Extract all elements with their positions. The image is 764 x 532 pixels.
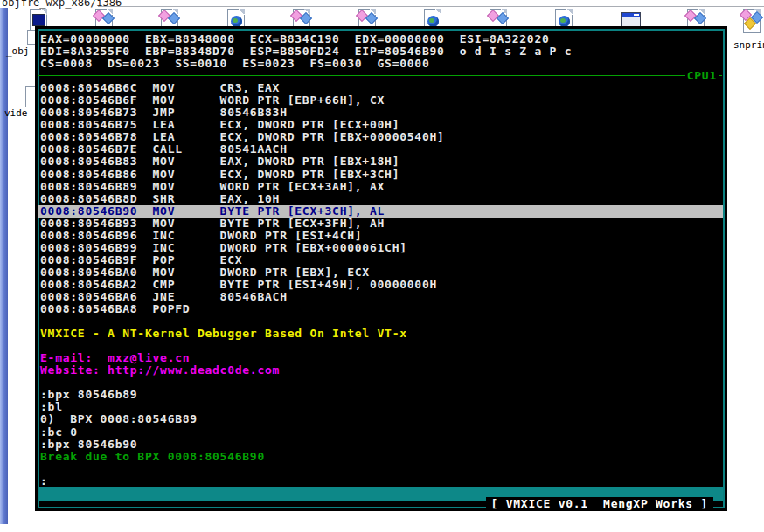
- command-log-line: :bc 0: [40, 426, 722, 439]
- register-line: EDI=8A3255F0 EBP=B8348D70 ESP=B850FD24 E…: [40, 45, 722, 58]
- vmxice-debugger-window: EAX=00000000 EBX=B8348000 ECX=B834C190 E…: [35, 26, 727, 511]
- status-label: [ VMXICE v0.1 MengXP Works ]: [486, 497, 713, 510]
- disasm-line: 0008:80546B96 INC DWORD PTR [ESI+4CH]: [40, 230, 722, 242]
- separator-line: [38, 75, 722, 76]
- disasm-line: 0008:80546B9F POP ECX: [40, 254, 722, 266]
- disasm-line: 0008:80546BA0 MOV DWORD PTR [EBX], ECX: [40, 266, 722, 279]
- file-label-vide[interactable]: vide: [4, 107, 28, 119]
- disasm-line-current: 0008:80546B90 MOV BYTE PTR [ECX+3CH], AL: [38, 205, 723, 218]
- window-edge-line: [98, 6, 764, 7]
- register-line: EAX=00000000 EBX=B8348000 ECX=B834C190 E…: [40, 33, 722, 45]
- cpu-label: CPU1: [685, 70, 719, 82]
- file-label-obj[interactable]: _obj: [6, 45, 30, 57]
- console-text-area: EAX=00000000 EBX=B8348000 ECX=B834C190 E…: [40, 33, 722, 487]
- disasm-line: 0008:80546B73 JMP 80546B83H: [40, 107, 722, 119]
- command-log-line: :bpx 80546b89: [40, 389, 722, 401]
- disasm-line: 0008:80546BA2 CMP BYTE PTR [ESI+49H], 00…: [40, 279, 722, 291]
- command-log-line: 0) BPX 0008:80546B89: [40, 413, 722, 425]
- blank-line: [40, 377, 722, 389]
- disasm-line: 0008:80546B8D SHR EAX, 10H: [40, 193, 722, 205]
- folder-path-label: objfre_wxp_x86/i386: [2, 0, 122, 9]
- separator: [40, 315, 722, 328]
- banner-title: VMXICE - A NT-Kernel Debugger Based On I…: [40, 328, 722, 340]
- page-fold: [239, 9, 245, 15]
- command-prompt[interactable]: :: [40, 475, 722, 487]
- disasm-line: 0008:80546BA8 POPFD: [40, 303, 722, 315]
- disasm-line: 0008:80546B86 MOV ECX, DWORD PTR [EBX+3C…: [40, 169, 722, 181]
- blank-line: [40, 340, 722, 352]
- register-line: CS=0008 DS=0023 SS=0010 ES=0023 FS=0030 …: [40, 58, 722, 70]
- banner-email: E-mail: mxz@live.cn: [40, 352, 722, 364]
- desktop: objfre_wxp_x86/i386 _obj vide snprin EAX…: [0, 0, 764, 532]
- page-fold: [435, 9, 441, 15]
- disasm-line: 0008:80546B78 LEA ECX, DWORD PTR [EBX+00…: [40, 131, 722, 143]
- file-label-snprin[interactable]: snprin: [733, 39, 764, 51]
- separator-line: [38, 321, 722, 321]
- disasm-line: 0008:80546B75 LEA ECX, DWORD PTR [ECX+00…: [40, 119, 722, 131]
- command-log-line: :bl: [40, 401, 722, 413]
- blank-line: [40, 463, 722, 475]
- command-log-line: Break due to BPX 0008:80546B90: [40, 451, 722, 463]
- disasm-line: 0008:80546B99 INC DWORD PTR [EBX+0000061…: [40, 242, 722, 254]
- console-glyph: [32, 14, 45, 26]
- disasm-line: 0008:80546B7E CALL 80541AACH: [40, 143, 722, 155]
- banner-website: Website: http://www.deadc0de.com: [40, 364, 722, 377]
- command-log-line: :bpx 80546b90: [40, 439, 722, 451]
- source-doc-3-icon[interactable]: [741, 9, 762, 33]
- window-left-frame: [0, 8, 8, 524]
- disasm-line: 0008:80546B93 MOV BYTE PTR [ECX+3FH], AH: [40, 218, 722, 230]
- disasm-line: 0008:80546B83 MOV EAX, DWORD PTR [EBX+18…: [40, 155, 722, 168]
- page-fold: [566, 9, 573, 15]
- cpu-separator: CPU1: [40, 70, 722, 82]
- disasm-line: 0008:80546B89 MOV WORD PTR [ECX+3AH], AX: [40, 181, 722, 193]
- disasm-line: 0008:80546BA6 JNE 80546BACH: [40, 291, 722, 303]
- titlebar-buttons: [634, 14, 639, 16]
- disasm-line: 0008:80546B6C MOV CR3, EAX: [40, 82, 722, 94]
- disasm-line: 0008:80546B6F MOV WORD PTR [EBP+66H], CX: [40, 94, 722, 107]
